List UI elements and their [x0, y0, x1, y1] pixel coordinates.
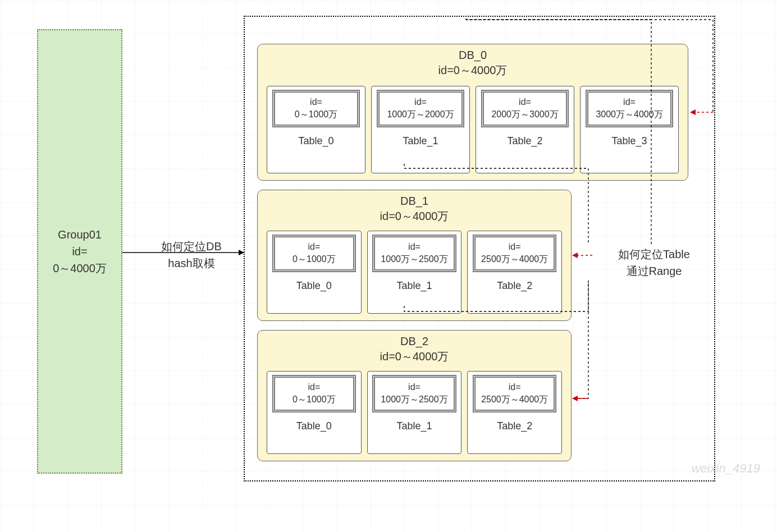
table-box: id= 0～1000万 Table_0: [267, 86, 365, 173]
label-locate-table-line1: 如何定位Table: [592, 246, 716, 263]
table-name: Table_2: [507, 135, 542, 147]
group-box: Group01 id= 0～4000万: [37, 29, 122, 474]
db-box-1: DB_1 id=0～4000万 id= 0～1000万 Table_0 id= …: [257, 190, 572, 321]
label-locate-db: 如何定位DB hash取模: [144, 238, 239, 272]
table-id: id= 1000万～2500万: [372, 235, 456, 272]
label-locate-table-line2: 通过Range: [592, 263, 716, 279]
group-id-label: id=: [72, 243, 87, 260]
db-range: id=0～4000万: [258, 209, 571, 224]
table-id: id= 3000万～4000万: [586, 90, 673, 127]
table-name: Table_1: [396, 280, 432, 292]
db-box-0: DB_0 id=0～4000万 id= 0～1000万 Table_0 id= …: [257, 44, 688, 181]
db-range: id=0～4000万: [258, 63, 688, 78]
table-name: Table_0: [296, 280, 332, 292]
table-id: id= 2000万～3000万: [481, 90, 569, 127]
table-name: Table_2: [497, 420, 532, 432]
db-box-2: DB_2 id=0～4000万 id= 0～1000万 Table_0 id= …: [257, 330, 572, 461]
table-box: id= 1000万～2000万 Table_1: [371, 86, 470, 173]
table-box: id= 2500万～4000万 Table_2: [467, 371, 562, 454]
group-title: Group01: [58, 226, 102, 243]
table-box: id= 2500万～4000万 Table_2: [467, 231, 562, 314]
table-id: id= 0～1000万: [272, 235, 356, 272]
table-id: id= 0～1000万: [272, 375, 356, 412]
table-name: Table_1: [396, 420, 432, 432]
table-id: id= 1000万～2000万: [377, 90, 464, 127]
db-title: DB_0: [258, 49, 688, 62]
db-title: DB_2: [258, 335, 571, 348]
table-box: id= 3000万～4000万 Table_3: [580, 86, 679, 173]
table-name: Table_0: [298, 135, 333, 147]
label-locate-db-line1: 如何定位DB: [144, 238, 239, 255]
table-box: id= 1000万～2500万 Table_1: [367, 371, 462, 454]
table-id: id= 0～1000万: [272, 90, 360, 127]
db-title: DB_1: [258, 195, 571, 208]
table-box: id= 1000万～2500万 Table_1: [367, 231, 462, 314]
table-box: id= 2000万～3000万 Table_2: [476, 86, 574, 173]
label-locate-table: 如何定位Table 通过Range: [592, 246, 716, 279]
group-range: 0～4000万: [53, 260, 107, 277]
table-id: id= 1000万～2500万: [372, 375, 456, 412]
label-locate-db-line2: hash取模: [144, 255, 239, 272]
table-name: Table_0: [296, 420, 332, 432]
table-id: id= 2500万～4000万: [473, 375, 556, 412]
table-name: Table_2: [497, 280, 532, 292]
table-id: id= 2500万～4000万: [473, 235, 556, 272]
table-name: Table_1: [403, 135, 438, 147]
table-name: Table_3: [611, 135, 647, 147]
watermark: weixin_4919: [692, 461, 760, 476]
db-range: id=0～4000万: [258, 349, 571, 364]
table-box: id= 0～1000万 Table_0: [267, 231, 362, 314]
table-box: id= 0～1000万 Table_0: [267, 371, 362, 454]
